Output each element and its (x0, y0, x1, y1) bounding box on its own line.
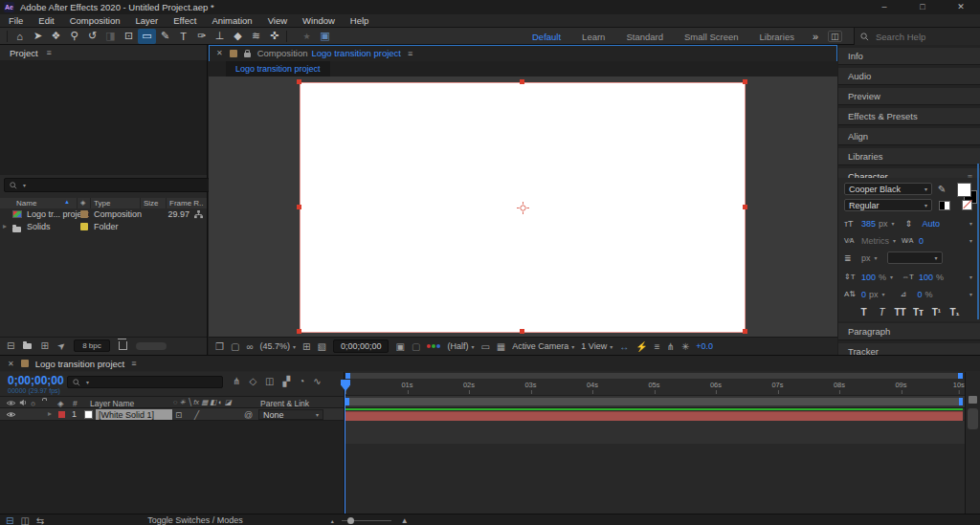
panel-menu-icon[interactable]: ≡ (408, 49, 412, 58)
shy-switch-icon[interactable]: ◌ (173, 398, 177, 406)
composition-subtab[interactable]: Logo transition project (226, 61, 330, 77)
label-column-icon[interactable]: ◈ (57, 399, 64, 408)
tracking-value[interactable]: 0 (919, 236, 924, 246)
layer-row[interactable]: ▸ 1 [White Solid 1] ⊡ ╱ @ None▾ (0, 408, 344, 421)
hand-tool[interactable]: ❖ (47, 29, 65, 44)
stroke-style-dropdown[interactable]: ▾ (887, 252, 943, 264)
menu-view[interactable]: View (268, 15, 287, 26)
selection-handle[interactable] (743, 329, 747, 334)
panel-menu-icon[interactable]: ≡ (131, 359, 136, 368)
bit-depth-button[interactable]: 8 bpc (74, 339, 110, 352)
video-column-eye-icon[interactable] (6, 400, 16, 406)
selection-handle[interactable] (520, 79, 524, 84)
channel-settings-icon[interactable] (427, 344, 440, 348)
panel-label[interactable]: Composition (257, 48, 308, 58)
parent-pickwhip-icon[interactable]: @ (244, 410, 253, 420)
composition-canvas[interactable] (300, 82, 746, 333)
menu-animation[interactable]: Animation (212, 15, 252, 26)
collapse-switch[interactable]: ⊡ (175, 410, 182, 420)
fx-switch-icon[interactable]: fx (193, 398, 199, 406)
composition-name[interactable]: Logo transition project (312, 48, 401, 58)
label-color-swatch[interactable] (80, 223, 88, 230)
no-fill-swatch[interactable] (962, 200, 972, 210)
timeline-vertical-scrollbar[interactable] (968, 408, 978, 429)
timeline-zoom-slider[interactable] (342, 520, 391, 521)
view-layout-dropdown[interactable]: 1 View▾ (581, 341, 612, 351)
layer-label-swatch[interactable] (58, 411, 65, 418)
panel-audio[interactable]: Audio (838, 68, 980, 85)
index-column-label[interactable]: # (73, 399, 78, 408)
motion-blur-switch-icon[interactable]: ◧ (210, 398, 216, 406)
stroke-width-unit[interactable]: px (861, 253, 871, 263)
quality-switch-icon[interactable]: ╲ (188, 398, 192, 406)
timeline-button-icon[interactable]: ≡ (655, 341, 660, 352)
caret-icon[interactable]: ▾ (875, 254, 878, 261)
trash-icon[interactable] (119, 341, 127, 350)
panel-effects-presets[interactable]: Effects & Presets (838, 108, 980, 125)
new-folder-icon[interactable] (23, 343, 32, 349)
vr-icon[interactable]: ∞ (246, 341, 253, 352)
solo-column-icon[interactable]: ○ (31, 399, 35, 408)
panel-menu-icon[interactable]: ≡ (47, 48, 52, 57)
zoom-in-icon[interactable]: ▲ (401, 516, 409, 525)
maximize-button[interactable]: □ (903, 0, 942, 14)
time-navigator[interactable] (345, 372, 965, 380)
audio-column-icon[interactable] (19, 399, 27, 406)
zoom-slider-knob[interactable] (347, 517, 354, 524)
leading-value[interactable]: Auto (923, 219, 941, 229)
flowchart-icon[interactable]: ⋔ (667, 341, 675, 352)
rail-scrollbar[interactable] (977, 164, 979, 319)
rotate-tool[interactable]: ↺ (83, 29, 101, 44)
menu-layer[interactable]: Layer (136, 15, 159, 26)
caret-icon[interactable]: ▾ (892, 220, 895, 227)
lock-icon[interactable] (244, 53, 251, 57)
current-time-display[interactable]: 0;00;00;00 (8, 374, 64, 387)
work-area-end-handle[interactable] (959, 398, 963, 405)
workspace-switcher-icon[interactable]: ◫ (828, 31, 842, 42)
column-name[interactable]: Name (16, 199, 36, 208)
baseline-shift-value[interactable]: 0 (861, 290, 866, 299)
label-column-icon[interactable]: ◈ (80, 199, 85, 207)
close-panel-icon[interactable]: ✕ (8, 360, 14, 368)
workspace-standard[interactable]: Standard (615, 32, 674, 42)
caret-icon[interactable]: ▾ (969, 237, 972, 244)
panel-libraries[interactable]: Libraries (838, 148, 980, 165)
project-scrollbar[interactable] (136, 342, 167, 350)
anchor-point-icon[interactable] (516, 201, 530, 215)
menu-edit[interactable]: Edit (38, 15, 54, 26)
horizontal-scale-value[interactable]: 100 (919, 273, 933, 282)
clone-stamp-tool[interactable]: ⊥ (211, 29, 229, 44)
tsume-value[interactable]: 0 (918, 290, 923, 299)
pen-tool[interactable]: ✎ (156, 29, 174, 44)
parent-dropdown[interactable]: None▾ (258, 409, 323, 420)
column-frame-rate[interactable]: Frame R.. (169, 199, 204, 208)
font-family-dropdown[interactable]: Cooper Black▾ (844, 183, 932, 195)
all-caps-button[interactable]: TT (891, 307, 909, 317)
panel-align[interactable]: Align (838, 128, 980, 145)
adjustment-switch-icon[interactable]: ◐ (218, 398, 223, 406)
eyedropper-icon[interactable]: ✐ (936, 185, 947, 192)
selection-handle[interactable] (520, 329, 524, 334)
help-search-input[interactable] (874, 31, 964, 43)
work-area-bar[interactable] (345, 398, 963, 405)
column-size[interactable]: Size (144, 199, 159, 208)
snapping-icon[interactable]: ▣ (316, 29, 334, 44)
panel-preview[interactable]: Preview (838, 88, 980, 105)
motion-blur-icon[interactable]: ◔ (299, 376, 304, 386)
expand-layer-switches-icon[interactable]: ⊟ (6, 515, 13, 525)
panel-paragraph[interactable]: Paragraph (838, 323, 980, 340)
eraser-tool[interactable]: ◆ (229, 29, 247, 44)
magnification-dropdown[interactable]: (45.7%)▾ (260, 341, 297, 351)
project-row-solids[interactable]: ▸ Solids Folder (0, 221, 207, 233)
graph-editor-icon[interactable]: ∿ (313, 376, 321, 386)
caret-icon[interactable]: ▾ (969, 291, 972, 297)
selection-handle[interactable] (297, 79, 301, 84)
faux-bold-button[interactable]: T (855, 307, 873, 317)
close-button[interactable]: ✕ (942, 0, 980, 14)
pan-behind-tool[interactable]: ⊡ (120, 29, 138, 44)
navigator-start-handle[interactable] (345, 373, 350, 379)
workspace-default[interactable]: Default (522, 32, 571, 42)
parent-link-column-label[interactable]: Parent & Link (260, 399, 309, 408)
fast-previews-icon[interactable]: ⚡ (635, 341, 647, 352)
font-style-dropdown[interactable]: Regular▾ (844, 199, 932, 211)
